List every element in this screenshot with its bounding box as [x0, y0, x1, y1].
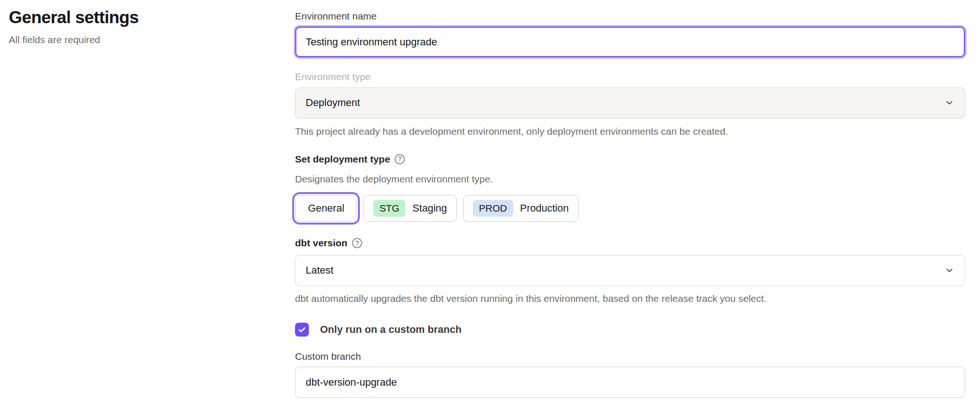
environment-settings-form: Environment name Environment type Deploy…: [295, 0, 965, 400]
custom-branch-checkbox-label[interactable]: Only run on a custom branch: [320, 324, 462, 336]
deployment-type-label-text: Set deployment type: [295, 153, 390, 165]
environment-name-label: Environment name: [295, 10, 965, 22]
checkmark-icon: [297, 325, 307, 334]
environment-type-label: Environment type: [295, 71, 965, 83]
deployment-type-label: Set deployment type ?: [295, 153, 965, 165]
deployment-option-staging-label: Staging: [412, 202, 447, 214]
page-title: General settings: [9, 7, 295, 28]
help-icon[interactable]: ?: [352, 238, 362, 248]
chevron-down-icon: [944, 265, 955, 275]
custom-branch-input[interactable]: [295, 367, 965, 398]
deployment-option-general-label: General: [308, 202, 344, 214]
deployment-type-helper: Designates the deployment environment ty…: [295, 173, 965, 185]
deployment-type-options: General STG Staging PROD Production: [295, 195, 965, 222]
help-icon[interactable]: ?: [395, 154, 405, 164]
staging-badge: STG: [373, 200, 405, 217]
dbt-version-label: dbt version ?: [295, 237, 965, 249]
deployment-option-production-label: Production: [520, 202, 569, 214]
dbt-version-select[interactable]: Latest: [295, 255, 965, 286]
production-badge: PROD: [473, 200, 513, 217]
environment-type-select: Deployment: [295, 88, 965, 119]
dbt-version-value: Latest: [306, 264, 333, 276]
environment-type-value: Deployment: [306, 97, 360, 109]
settings-intro: General settings All fields are required: [0, 0, 295, 400]
general-settings-page: General settings All fields are required…: [0, 0, 980, 400]
chevron-down-icon: [944, 98, 955, 108]
custom-branch-checkbox-row: Only run on a custom branch: [295, 323, 965, 337]
environment-type-helper: This project already has a development e…: [295, 125, 965, 138]
deployment-option-staging[interactable]: STG Staging: [364, 195, 457, 222]
dbt-version-helper: dbt automatically upgrades the dbt versi…: [295, 292, 965, 305]
deployment-option-general[interactable]: General: [295, 195, 357, 222]
dbt-version-label-text: dbt version: [295, 237, 347, 249]
environment-name-input[interactable]: [295, 26, 965, 57]
custom-branch-label: Custom branch: [295, 350, 965, 362]
custom-branch-checkbox[interactable]: [295, 323, 309, 337]
page-subtitle: All fields are required: [9, 34, 295, 45]
deployment-option-production[interactable]: PROD Production: [463, 195, 578, 222]
